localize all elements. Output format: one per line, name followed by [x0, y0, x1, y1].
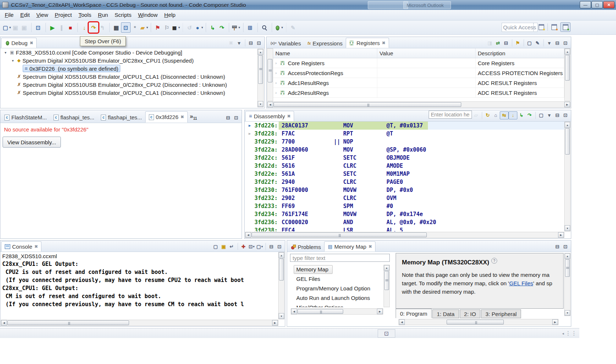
scroll-right-arrow[interactable]: ▶ [377, 309, 383, 314]
run-free-button[interactable]: ● [194, 23, 203, 32]
search-button[interactable] [257, 23, 269, 32]
maximize-button[interactable]: ⊡ [275, 243, 283, 250]
refresh-button[interactable]: ↻ [482, 112, 492, 119]
reset-cpu-button[interactable]: ↺ [183, 23, 194, 32]
status-view-icon[interactable]: ⊡ [378, 329, 395, 338]
asm-step-over-button[interactable]: ↷ [217, 23, 226, 32]
breakpoint-button[interactable]: ⚑ [151, 23, 162, 32]
disassembly-row[interactable]: 3fd226: 28AC0137 MOV @T, #0x0137 [245, 122, 564, 130]
open-perspective-button[interactable] [536, 23, 546, 31]
scroll-down-arrow[interactable]: ▼ [565, 310, 570, 316]
save-all-button[interactable]: ▣ [20, 23, 29, 32]
disassembly-hscrollbar[interactable]: ◀ ▶ [245, 232, 564, 238]
close-icon[interactable]: ✖ [30, 41, 33, 45]
disassembly-row[interactable]: 3fd22f: 2940 CLRC PAGE0 [245, 178, 564, 186]
ccs-debug-perspective-button[interactable] [560, 22, 571, 32]
display-selected-console-button[interactable]: ⊡ [247, 243, 256, 250]
auto-run-and-launch-options-list-item[interactable]: Auto Run and Launch Options [294, 293, 383, 303]
debug-tree-item[interactable]: Spectrum Digital XDS510USB Emulator_0/C2… [1, 81, 256, 89]
debug-tree-item[interactable]: 0x3FD226 (no symbols are defined) [1, 64, 256, 73]
connect-chip-button[interactable]: ◼ [171, 23, 180, 32]
debug-bug-button[interactable] [272, 23, 283, 32]
maximize-button[interactable]: ⊡ [561, 112, 569, 119]
quick-access-button[interactable]: Quick Access [502, 23, 538, 32]
registers-table-header[interactable]: Name Value Description [273, 48, 564, 58]
tools-menu[interactable]: Tools [75, 10, 95, 20]
scroll-left-arrow[interactable]: ◀ [267, 102, 273, 107]
resume-button[interactable]: ▶ [45, 23, 57, 32]
register-row[interactable]: › Core Registers Core Registers [273, 58, 564, 68]
scroll-left-arrow[interactable]: ◀ [399, 319, 405, 325]
enter-location-input[interactable] [429, 111, 472, 119]
scroll-up-arrow[interactable]: ▲ [258, 49, 263, 55]
register-row[interactable]: › Adc2ResultRegs ADC RESULT Registers [273, 88, 564, 98]
window-menu[interactable]: Window [135, 10, 161, 20]
scripts-menu[interactable]: Scripts [111, 10, 135, 20]
scroll-lock-button[interactable]: ▣ [220, 243, 228, 250]
variables-tab[interactable]: Variables ✖ [267, 38, 304, 48]
disassembly-row[interactable]: 3fd230: 761F0000 MOVW DP, #0x0 [245, 186, 564, 194]
flashstatem-editor-tab[interactable]: FlashStateM... ✖ [1, 112, 50, 123]
maximize-window-button[interactable]: ▢ [591, 1, 603, 8]
disassembly-row[interactable]: 3fd229: 7700 || NOP [245, 138, 564, 146]
minimize-button[interactable]: ⊟ [553, 243, 561, 250]
close-icon[interactable]: ✖ [382, 41, 385, 45]
scroll-right-arrow[interactable]: ▶ [272, 320, 278, 326]
minimize-button[interactable]: ⊟ [553, 112, 561, 119]
help-icon[interactable]: ? [491, 258, 497, 264]
scroll-up-arrow[interactable]: ▲ [384, 265, 389, 271]
edit-menu[interactable]: Edit [17, 10, 33, 20]
registers-vscrollbar[interactable]: ▲ [564, 48, 571, 101]
pin-editor-button[interactable]: ✎ [286, 23, 298, 32]
home-button[interactable]: ⌂ [492, 112, 500, 119]
minimize-button[interactable]: ⊟ [265, 243, 275, 250]
memory-map-list-item[interactable]: Memory Map [294, 265, 383, 274]
new-target-config-button[interactable]: ⊞ [243, 23, 255, 32]
debug-tree-vscrollbar[interactable]: ▲ ▼ [257, 49, 264, 107]
debug-tree-item[interactable]: ▾ Spectrum Digital XDS510USB Emulator_0/… [1, 56, 256, 64]
collapse-all-button[interactable]: ⊟ [502, 39, 510, 47]
disassembly-row[interactable]: 3fd238: FFC4 LSR AL, 5 [245, 226, 564, 231]
view-menu-button[interactable]: ▾ [235, 39, 243, 47]
column-name[interactable]: Name [273, 48, 377, 58]
track-pc-button[interactable]: ↓ [509, 111, 517, 119]
scroll-down-arrow[interactable]: ▼ [565, 225, 570, 231]
register-row[interactable]: › AccessProtectionRegs ACCESS PROTECTION… [273, 68, 564, 78]
show-type-names-button[interactable]: ◨ [486, 39, 494, 47]
view-menu-button[interactable]: ▾ [545, 112, 553, 119]
load-program-button[interactable]: ▰ [139, 23, 148, 32]
new-view-button[interactable]: ▢ [535, 112, 545, 119]
disassembly-row[interactable]: 3fd236: CC000020 AND AL, @0x0, #0x20 [245, 218, 564, 226]
minimize-window-button[interactable]: — [580, 1, 591, 8]
link-with-source-button[interactable]: ⇆ [500, 111, 509, 119]
registers-vscrollbar-left[interactable] [267, 48, 273, 101]
disassembly-row[interactable]: 3fd234: 761F174E MOVW DP, #0x174e [245, 210, 564, 218]
tab-debug[interactable]: Debug ✖ [1, 38, 37, 48]
scroll-down-arrow[interactable]: ▼ [258, 101, 263, 107]
disassembly-row[interactable]: 3fd22c: 561F SETC OBJMODE [245, 154, 564, 162]
gel-files-link[interactable]: GEL Files [509, 280, 533, 286]
gel-files-list-item[interactable]: GEL Files [294, 274, 383, 284]
view-disassembly-button[interactable]: View Disassembly... [3, 137, 61, 148]
registers-grid-button[interactable]: ▦ [109, 23, 121, 32]
debug-console-button[interactable]: ⊡ [31, 23, 43, 32]
maximize-button[interactable]: ⊡ [255, 39, 263, 47]
link-registers-button[interactable]: ⇄ [494, 39, 502, 47]
flashapi-tes-editor-tab[interactable]: flashapi_tes... ✖ [50, 112, 98, 123]
terminate-button[interactable]: ■ [66, 23, 75, 32]
scroll-right-arrow[interactable]: ▶ [558, 232, 564, 238]
tab-console[interactable]: Console ✖ [1, 241, 41, 252]
disassembly-row[interactable]: 3fd228: F7AC RPT @T [245, 130, 564, 138]
breakpoint-disabled-button[interactable]: ⚐ [162, 23, 171, 32]
disassembly-row[interactable]: 3fd233: FF69 SPM #0 [245, 202, 564, 210]
disassembly-vscrollbar[interactable]: ▲ ▼ [564, 122, 571, 231]
close-icon[interactable]: ✖ [34, 244, 38, 249]
row-expander-icon[interactable]: › [275, 91, 280, 95]
scroll-up-arrow[interactable]: ▲ [565, 122, 570, 128]
0x3fd226-editor-tab[interactable]: 0x3fd226 ✖ [145, 111, 188, 123]
disassembly-row[interactable]: 3fd22e: 561A SETC M0M1MAP [245, 170, 564, 178]
view-menu[interactable]: View [33, 10, 51, 20]
asm-step-over-button[interactable]: ↷ [525, 112, 534, 119]
help-menu[interactable]: Help [161, 10, 179, 20]
close-icon[interactable]: ✖ [181, 115, 184, 119]
